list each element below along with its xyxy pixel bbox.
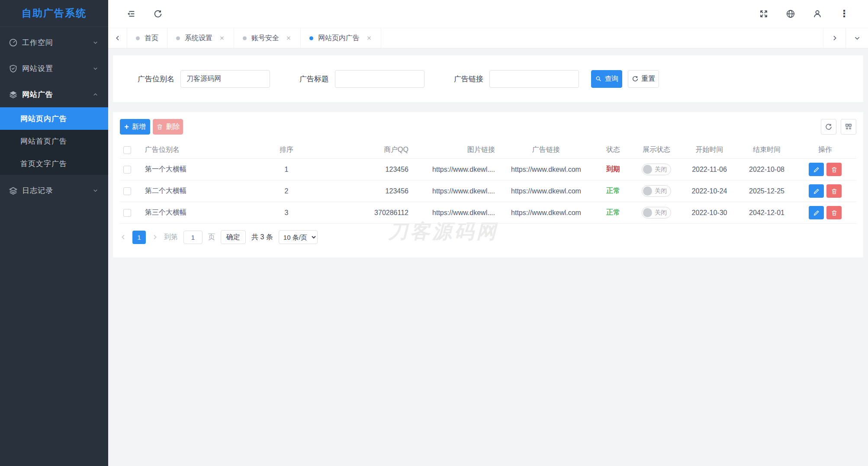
kebab-menu-icon[interactable]: ⋮	[839, 9, 849, 19]
search-field-title: 广告标题	[299, 70, 424, 88]
column-header: 开始时间	[680, 145, 739, 154]
search-field-link: 广告链接	[454, 70, 579, 88]
delete-row-button[interactable]	[826, 184, 842, 198]
ad-title-input[interactable]	[335, 70, 424, 88]
cell-sort: 2	[263, 187, 310, 195]
delete-row-button[interactable]	[826, 163, 842, 176]
sidebar-item-workspace[interactable]: 工作空间	[0, 29, 108, 55]
cell-alias: 第一个大横幅	[141, 165, 263, 174]
tabs-scroll-right-button[interactable]	[823, 28, 845, 48]
sidebar-item-home-text-ads[interactable]: 首页文字广告	[0, 152, 108, 175]
sidebar-item-site-ads[interactable]: 网站广告	[0, 81, 108, 107]
reset-icon	[632, 75, 639, 82]
delete-button[interactable]: 删除	[153, 119, 183, 135]
column-header: 操作	[795, 145, 855, 154]
main-area: ⋮ 首页 系统设置 账号安全 网站页内	[108, 0, 868, 466]
tabs-menu-button[interactable]	[845, 28, 868, 48]
add-button-label: 新增	[132, 122, 146, 132]
ads-table: 广告位别名 排序 商户QQ 图片链接 广告链接 状态 展示状态 开始时间 结束时…	[120, 141, 856, 224]
reset-button-label: 重置	[642, 74, 656, 84]
cell-qq: 123456	[310, 166, 412, 174]
table-refresh-button[interactable]	[821, 119, 836, 135]
display-toggle[interactable]: 关闭	[642, 207, 671, 219]
edit-button[interactable]	[809, 163, 824, 176]
edit-button[interactable]	[809, 206, 824, 219]
sidebar-item-page-ads[interactable]: 网站页内广告	[0, 107, 108, 130]
chevron-down-icon	[92, 39, 99, 46]
add-button[interactable]: + 新增	[120, 119, 150, 135]
sidebar-item-label: 网站设置	[22, 64, 92, 74]
column-settings-button[interactable]	[841, 119, 856, 135]
chevron-down-icon	[92, 65, 99, 72]
table-toolbar-right	[821, 119, 856, 135]
close-icon[interactable]	[219, 35, 225, 41]
search-panel: 广告位别名 广告标题 广告链接 查询	[113, 55, 863, 102]
page-number-button[interactable]: 1	[132, 231, 146, 244]
cell-ad-link: https://www.dkewl.com	[498, 209, 594, 217]
reset-button[interactable]: 重置	[628, 70, 659, 88]
menu-fold-icon[interactable]	[126, 9, 136, 19]
fullscreen-icon[interactable]	[759, 9, 768, 19]
table-panel: 刀客源码网 + 新增 删除	[113, 112, 863, 257]
goto-confirm-button[interactable]: 确定	[221, 230, 246, 244]
cell-end-date: 2042-12-01	[739, 209, 795, 217]
cell-start-date: 2022-10-30	[680, 209, 739, 217]
sidebar-item-label: 日志记录	[22, 186, 92, 196]
sidebar-item-home-ads[interactable]: 网站首页广告	[0, 130, 108, 152]
tab-dot	[176, 36, 180, 40]
field-label: 广告链接	[454, 74, 483, 84]
trash-icon	[831, 188, 838, 195]
cell-ad-link: https://www.dkewl.com	[498, 187, 594, 195]
sidebar-item-logs[interactable]: 日志记录	[0, 177, 108, 203]
refresh-icon[interactable]	[153, 9, 163, 19]
tab-account-security[interactable]: 账号安全	[234, 28, 301, 48]
page-size-select[interactable]: 10 条/页	[279, 230, 318, 244]
toggle-label: 关闭	[655, 166, 667, 174]
close-icon[interactable]	[366, 35, 372, 41]
delete-button-label: 删除	[166, 122, 180, 132]
sidebar-item-label: 工作空间	[22, 38, 92, 48]
close-icon[interactable]	[286, 35, 292, 41]
ad-link-input[interactable]	[489, 70, 579, 88]
search-buttons: 查询 重置	[591, 70, 659, 88]
tab-label: 账号安全	[251, 34, 279, 43]
tab-home[interactable]: 首页	[127, 28, 167, 48]
tab-page-ads[interactable]: 网站页内广告	[301, 28, 381, 48]
row-checkbox[interactable]	[123, 166, 131, 174]
tab-system-settings[interactable]: 系统设置	[167, 28, 234, 48]
ad-alias-input[interactable]	[180, 70, 270, 88]
page-prev-icon[interactable]	[120, 234, 127, 241]
edit-button[interactable]	[809, 184, 824, 198]
pencil-icon	[813, 209, 820, 216]
toggle-label: 关闭	[655, 209, 667, 217]
row-checkbox[interactable]	[123, 209, 131, 217]
page-next-icon[interactable]	[151, 234, 158, 241]
display-toggle[interactable]: 关闭	[642, 185, 671, 197]
content-area: 广告位别名 广告标题 广告链接 查询	[108, 48, 868, 466]
chevron-right-icon	[831, 35, 838, 42]
chevron-up-icon	[92, 91, 99, 98]
display-toggle[interactable]: 关闭	[642, 164, 671, 175]
tabs-scroll-left-button[interactable]	[108, 28, 127, 48]
cell-image-link: https://www.dkewl....	[412, 166, 498, 174]
tab-bar: 首页 系统设置 账号安全 网站页内广告	[108, 28, 868, 48]
column-header: 广告链接	[498, 145, 594, 154]
user-icon[interactable]	[813, 9, 822, 19]
pencil-icon	[813, 166, 820, 173]
sidebar-subitem-label: 网站页内广告	[20, 114, 67, 124]
field-label: 广告位别名	[138, 74, 174, 84]
cell-image-link: https://www.dkewl....	[412, 209, 498, 217]
delete-row-button[interactable]	[826, 206, 842, 219]
goto-page-input[interactable]	[183, 231, 203, 244]
globe-icon[interactable]	[786, 9, 795, 19]
trash-icon	[831, 166, 838, 173]
tab-label: 首页	[145, 34, 158, 43]
dashboard-icon	[9, 38, 18, 47]
row-checkbox[interactable]	[123, 187, 131, 195]
column-header: 广告位别名	[141, 145, 263, 154]
select-all-checkbox[interactable]	[123, 146, 131, 154]
table-row: 第一个大横幅 1 123456 https://www.dkewl.... ht…	[120, 159, 856, 180]
column-header: 展示状态	[633, 145, 680, 154]
query-button[interactable]: 查询	[591, 70, 622, 88]
sidebar-item-site-settings[interactable]: 网站设置	[0, 55, 108, 81]
